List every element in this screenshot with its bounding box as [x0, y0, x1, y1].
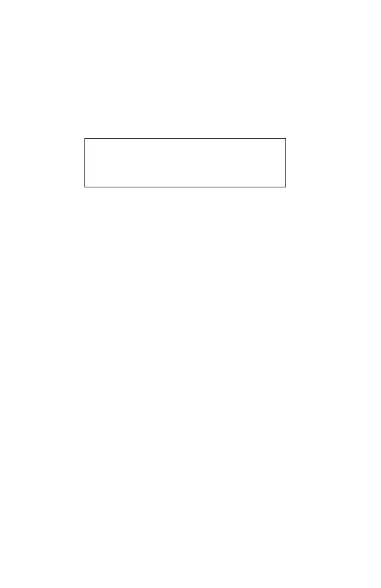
empty-rectangle: [84, 138, 286, 187]
